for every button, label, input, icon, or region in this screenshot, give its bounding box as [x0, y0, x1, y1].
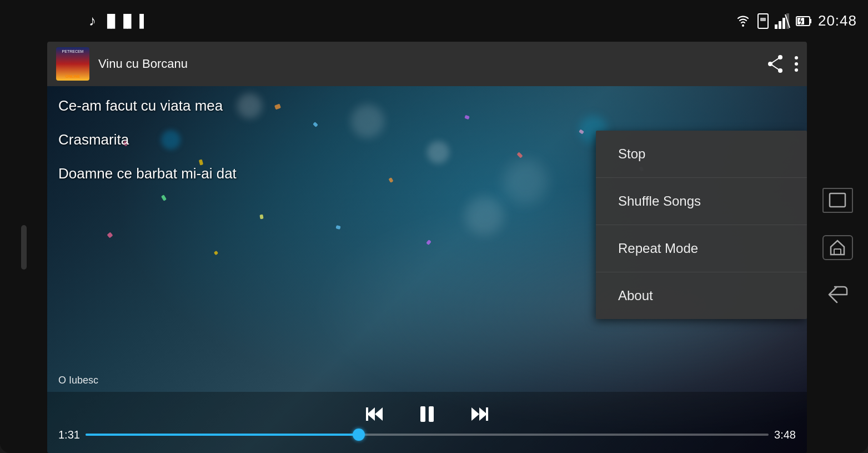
player-area: Ce-am facut cu viata mea Crasmarita Doam…: [47, 86, 807, 453]
previous-button[interactable]: [364, 404, 384, 424]
svg-line-15: [770, 64, 780, 71]
svg-rect-24: [830, 193, 845, 207]
song-item-2[interactable]: Crasmarita: [58, 131, 237, 148]
song-list: Ce-am facut cu viata mea Crasmarita Doam…: [58, 97, 237, 199]
song-item-3[interactable]: Doamne ce barbat mi-ai dat: [58, 165, 237, 182]
left-side: [0, 42, 47, 453]
volume-rocker[interactable]: [21, 225, 27, 270]
right-side-nav: [807, 42, 868, 453]
song-title: Vinu cu Borcanu: [98, 57, 758, 71]
menu-item-shuffle[interactable]: Shuffle Songs: [596, 178, 807, 225]
share-icon[interactable]: [767, 55, 784, 73]
svg-rect-10: [810, 19, 811, 23]
back-button[interactable]: [822, 282, 853, 307]
more-options-icon[interactable]: [795, 56, 798, 72]
time-row: 1:31 3:48: [47, 429, 807, 441]
barcode-icon: ▐▌▐▌▐: [103, 14, 143, 28]
svg-marker-18: [375, 407, 383, 421]
status-bar-right: 20:48: [735, 12, 857, 29]
top-bar-actions: [767, 55, 798, 73]
svg-marker-21: [471, 407, 479, 421]
wifi-icon: [735, 15, 751, 27]
svg-marker-16: [367, 407, 375, 421]
svg-rect-20: [429, 406, 434, 422]
app-screen: PETRECEM ONLINE Vinu cu Borcanu: [47, 42, 807, 453]
album-text-top: PETRECEM: [62, 49, 84, 54]
current-time: 1:31: [58, 429, 80, 441]
svg-line-14: [770, 57, 780, 64]
controls-buttons: [47, 404, 807, 424]
song-item-1[interactable]: Ce-am facut cu viata mea: [58, 97, 237, 115]
svg-rect-25: [834, 249, 841, 255]
svg-rect-2: [760, 18, 766, 21]
menu-item-about[interactable]: About: [596, 272, 807, 319]
progress-bar[interactable]: [86, 434, 769, 436]
status-bar-left: ♪ ▐▌▐▌▐: [89, 12, 143, 29]
svg-rect-3: [775, 24, 777, 29]
menu-item-stop[interactable]: Stop: [596, 131, 807, 178]
progress-fill: [86, 434, 359, 436]
svg-rect-19: [420, 406, 425, 422]
svg-rect-17: [366, 407, 368, 421]
total-time: 3:48: [774, 429, 796, 441]
album-art: PETRECEM ONLINE: [56, 47, 89, 81]
next-button[interactable]: [470, 404, 490, 424]
album-text-bottom: ONLINE: [66, 74, 80, 78]
content-area: PETRECEM ONLINE Vinu cu Borcanu: [0, 42, 868, 453]
status-bar: ♪ ▐▌▐▌▐: [0, 0, 868, 42]
currently-playing: O Iubesc: [58, 375, 98, 386]
svg-marker-22: [479, 407, 487, 421]
controls-bar: 1:31 3:48: [47, 392, 807, 453]
battery-icon: [796, 15, 812, 27]
device-frame: ♪ ▐▌▐▌▐: [0, 0, 868, 453]
home-button[interactable]: [822, 235, 853, 260]
svg-rect-23: [486, 407, 488, 421]
svg-point-0: [742, 24, 744, 27]
pause-button[interactable]: [417, 404, 437, 424]
sim-icon: [757, 13, 769, 29]
top-bar: PETRECEM ONLINE Vinu cu Borcanu: [47, 42, 807, 86]
recents-button[interactable]: [822, 188, 853, 213]
menu-item-repeat[interactable]: Repeat Mode: [596, 225, 807, 272]
music-note-icon: ♪: [89, 12, 96, 29]
signal-icon: [775, 13, 790, 29]
svg-rect-5: [782, 18, 785, 29]
svg-rect-4: [779, 21, 781, 29]
status-time: 20:48: [818, 12, 857, 29]
dropdown-menu: Stop Shuffle Songs Repeat Mode About: [596, 131, 807, 319]
progress-thumb[interactable]: [353, 429, 365, 441]
